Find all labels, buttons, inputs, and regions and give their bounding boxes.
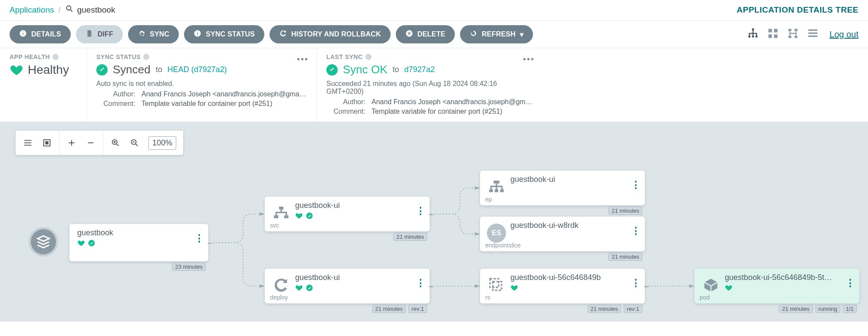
- zoom-out-icon[interactable]: [125, 133, 144, 152]
- tree-node-deploy[interactable]: guestbook-ui deploy ⋮ – 21 minutes rev:1: [265, 269, 430, 303]
- action-bar: DETAILS DIFF SYNC SYNC STATUS HISTORY AN…: [10, 25, 533, 43]
- check-circle-icon: [96, 64, 108, 76]
- tree-view-icon[interactable]: [747, 27, 759, 41]
- svg-rect-16: [774, 34, 778, 38]
- fit-screen-icon[interactable]: [37, 133, 56, 152]
- node-title: guestbook-ui-56c646849b: [510, 273, 641, 282]
- age-badge: 21 minutes: [779, 305, 813, 313]
- last-sync-comment: Template variable for container port (#2…: [372, 108, 533, 115]
- node-title: guestbook-ui: [295, 201, 425, 210]
- node-kind: pod: [700, 294, 710, 301]
- svg-rect-17: [789, 29, 792, 31]
- diff-button[interactable]: DIFF: [76, 25, 123, 43]
- svg-rect-3: [23, 33, 23, 35]
- age-badge: 23 minutes: [172, 263, 206, 271]
- last-sync-header: LAST SYNC: [326, 53, 363, 60]
- history-icon: [279, 30, 287, 39]
- tree-node-pod[interactable]: guestbook-ui-56c646849b-5t… pod ⋮ 21 min…: [694, 269, 859, 303]
- sync-comment: Template variable for container port (#2…: [141, 100, 306, 108]
- heart-icon: [510, 284, 518, 292]
- svg-rect-28: [45, 141, 48, 144]
- node-menu-icon[interactable]: ⋮: [631, 179, 641, 191]
- node-kind: ep: [485, 196, 492, 203]
- tree-node-svc[interactable]: guestbook-ui svc ⋮ – 21 minutes: [265, 197, 430, 231]
- svg-rect-51: [493, 282, 502, 290]
- page-title: APPLICATION DETAILS TREE: [737, 5, 858, 15]
- node-menu-icon[interactable]: ⋮: [194, 233, 204, 244]
- info-icon: [194, 30, 201, 39]
- sync-rev-link[interactable]: HEAD (d7927a2): [168, 65, 227, 74]
- help-icon[interactable]: [53, 54, 59, 60]
- tree-node-app[interactable]: guestbook ⋮ – 23 minutes: [69, 224, 208, 261]
- network-view-icon[interactable]: [787, 27, 799, 41]
- last-sync-rev-link[interactable]: d7927a2: [404, 65, 435, 74]
- svg-rect-21: [809, 30, 818, 31]
- age-badge: 21 minutes: [372, 305, 406, 313]
- tree-node-rs[interactable]: guestbook-ui-56c646849b rs ⋮ – 21 minute…: [480, 269, 645, 303]
- node-title: guestbook-ui-56c646849b-5t…: [725, 273, 855, 282]
- layout-list-icon[interactable]: [18, 133, 37, 152]
- sync-status-button[interactable]: SYNC STATUS: [184, 25, 264, 43]
- node-menu-icon[interactable]: ⋮: [416, 205, 425, 217]
- check-circle-icon: [88, 239, 95, 247]
- svg-line-31: [117, 144, 119, 146]
- panel-menu-icon[interactable]: •••: [297, 54, 309, 64]
- list-view-icon[interactable]: [807, 27, 819, 41]
- help-icon[interactable]: [143, 54, 149, 60]
- delete-icon: [405, 30, 413, 39]
- app-search[interactable]: guestbook: [65, 4, 115, 15]
- status-badge: running: [815, 305, 840, 313]
- app-root-icon: [29, 227, 58, 257]
- sync-icon: [138, 30, 145, 39]
- sync-sub: Auto sync is not enabled.: [96, 80, 307, 88]
- svg-marker-35: [260, 212, 265, 216]
- last-sync-value: Sync OK: [343, 63, 388, 76]
- zoom-plus-icon[interactable]: [62, 133, 81, 152]
- svg-rect-25: [24, 142, 32, 143]
- heart-icon: [10, 63, 23, 77]
- last-sync-panel: LAST SYNC ••• Sync OK to d7927a2 Succeed…: [317, 48, 542, 122]
- svg-marker-39: [475, 284, 480, 288]
- zoom-minus-icon[interactable]: [81, 133, 100, 152]
- svg-rect-20: [795, 36, 798, 38]
- check-circle-icon: [306, 284, 313, 292]
- sync-button[interactable]: SYNC: [128, 25, 179, 43]
- tree-node-ep[interactable]: guestbook-ui ep ⋮ 21 minutes: [480, 171, 645, 205]
- svg-rect-48: [489, 189, 493, 192]
- breadcrumb-sep: /: [58, 5, 60, 15]
- history-button[interactable]: HISTORY AND ROLLBACK: [270, 25, 391, 43]
- breadcrumb: Applications / guestbook: [10, 4, 115, 15]
- search-icon: [65, 4, 74, 15]
- last-sync-author: Anand Francis Joseph <anandfrancis.josep…: [372, 98, 533, 106]
- sync-status-value: Synced: [113, 63, 151, 76]
- details-button[interactable]: DETAILS: [10, 25, 71, 43]
- node-title: guestbook-ui-w8rdk: [510, 221, 641, 230]
- zoom-in-icon[interactable]: [106, 133, 125, 152]
- svg-rect-52: [490, 279, 499, 287]
- node-menu-icon[interactable]: ⋮: [631, 225, 641, 237]
- svg-rect-6: [197, 33, 198, 35]
- app-health-panel: APP HEALTH Healthy: [0, 48, 87, 122]
- logout-link[interactable]: Log out: [829, 30, 858, 40]
- breadcrumb-root-link[interactable]: Applications: [10, 5, 54, 15]
- node-menu-icon[interactable]: ⋮: [845, 277, 855, 289]
- svg-rect-11: [752, 36, 754, 38]
- svg-rect-23: [809, 36, 818, 37]
- svg-rect-34: [132, 142, 135, 142]
- grid-view-icon[interactable]: [767, 27, 779, 41]
- svg-rect-26: [24, 145, 32, 146]
- panel-menu-icon[interactable]: •••: [523, 54, 535, 64]
- tree-node-endpointslice[interactable]: ES guestbook-ui-w8rdk endpointslice ⋮ 21…: [480, 217, 645, 251]
- delete-button[interactable]: DELETE: [396, 25, 455, 43]
- node-menu-icon[interactable]: ⋮: [631, 277, 641, 289]
- sync-status-header: SYNC STATUS: [96, 53, 141, 60]
- zoom-percent[interactable]: 100%: [148, 136, 176, 150]
- svg-point-0: [66, 6, 71, 10]
- help-icon[interactable]: [365, 54, 372, 60]
- heart-icon: [295, 212, 303, 220]
- node-title: guestbook-ui: [510, 175, 641, 184]
- refresh-button[interactable]: REFRESH ▾: [460, 25, 533, 43]
- svg-rect-50: [500, 189, 503, 192]
- node-kind: svc: [270, 222, 279, 229]
- node-menu-icon[interactable]: ⋮: [416, 277, 425, 289]
